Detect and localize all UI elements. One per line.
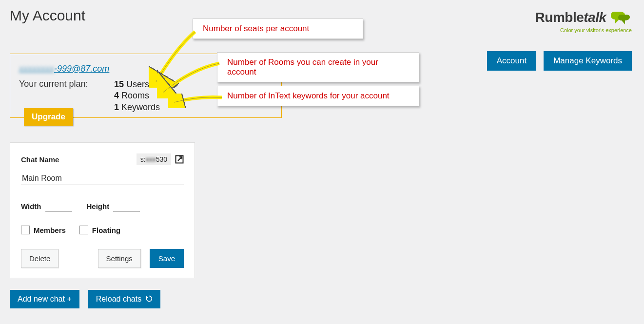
open-external-icon[interactable] bbox=[175, 155, 184, 164]
account-button[interactable]: Account bbox=[487, 51, 536, 71]
annotation-rooms: Number of Rooms you can create in your a… bbox=[217, 52, 419, 82]
current-plan-label: Your current plan: bbox=[19, 79, 114, 89]
chat-settings-card: Chat Name s:xxx530 Width Height M bbox=[10, 142, 195, 278]
height-label: Height bbox=[87, 202, 110, 210]
save-button[interactable]: Save bbox=[150, 249, 184, 268]
reload-chats-button[interactable]: Reload chats bbox=[88, 290, 160, 308]
plan-keywords-label: Keywords bbox=[121, 102, 160, 112]
chat-id-prefix: s: bbox=[140, 155, 146, 163]
brand-main: Rumble bbox=[535, 10, 584, 25]
members-label: Members bbox=[34, 226, 66, 234]
chat-id-hidden: xxx bbox=[146, 155, 156, 163]
email-visible-part: -999@87.com bbox=[54, 64, 109, 74]
email-hidden-part: xxxxxxxx bbox=[19, 64, 54, 74]
reload-chats-label: Reload chats bbox=[96, 295, 141, 303]
plan-users-line: 15 Users bbox=[114, 79, 160, 90]
add-new-chat-button[interactable]: Add new chat + bbox=[10, 290, 79, 308]
plan-keywords-line: 1 Keywords bbox=[114, 102, 160, 113]
width-label: Width bbox=[21, 202, 41, 210]
settings-button[interactable]: Settings bbox=[98, 249, 141, 268]
plan-users-count: 15 bbox=[114, 79, 124, 89]
brand-name: Rumbletalk bbox=[535, 10, 606, 25]
floating-checkbox[interactable] bbox=[79, 226, 88, 234]
chat-id-badge: s:xxx530 bbox=[137, 153, 171, 165]
page-title: My Account bbox=[10, 7, 85, 24]
delete-button[interactable]: Delete bbox=[21, 249, 59, 268]
reload-icon bbox=[146, 295, 153, 304]
floating-label: Floating bbox=[92, 226, 120, 234]
chat-id-suffix: 530 bbox=[156, 155, 167, 163]
bottom-actions: Add new chat + Reload chats bbox=[10, 290, 160, 308]
upgrade-button[interactable]: Upgrade bbox=[24, 108, 73, 126]
plan-stats: 15 Users 4 Rooms 1 Keywords bbox=[114, 79, 160, 113]
annotation-seats: Number of seats per account bbox=[193, 19, 363, 39]
height-input[interactable] bbox=[113, 202, 140, 212]
top-nav-buttons: Account Manage Keywords bbox=[487, 51, 632, 71]
plan-keywords-count: 1 bbox=[114, 102, 119, 112]
brand-logo: Rumbletalk Color your visitor's experien… bbox=[535, 10, 632, 33]
plan-rooms-line: 4 Rooms bbox=[114, 90, 160, 101]
width-input[interactable] bbox=[45, 202, 72, 212]
annotation-keywords: Number of InText keywords for your accou… bbox=[217, 86, 419, 106]
brand-sub: talk bbox=[584, 10, 606, 25]
plan-users-label: Users bbox=[126, 79, 149, 89]
chat-bubble-icon bbox=[610, 11, 632, 29]
chat-name-input[interactable] bbox=[21, 171, 184, 185]
account-email-link[interactable]: xxxxxxxx-999@87.com bbox=[19, 64, 109, 74]
plan-rooms-count: 4 bbox=[114, 91, 119, 100]
members-checkbox[interactable] bbox=[21, 226, 30, 234]
chat-name-label: Chat Name bbox=[21, 155, 59, 164]
manage-keywords-button[interactable]: Manage Keywords bbox=[544, 51, 632, 71]
plan-rooms-label: Rooms bbox=[121, 91, 149, 100]
